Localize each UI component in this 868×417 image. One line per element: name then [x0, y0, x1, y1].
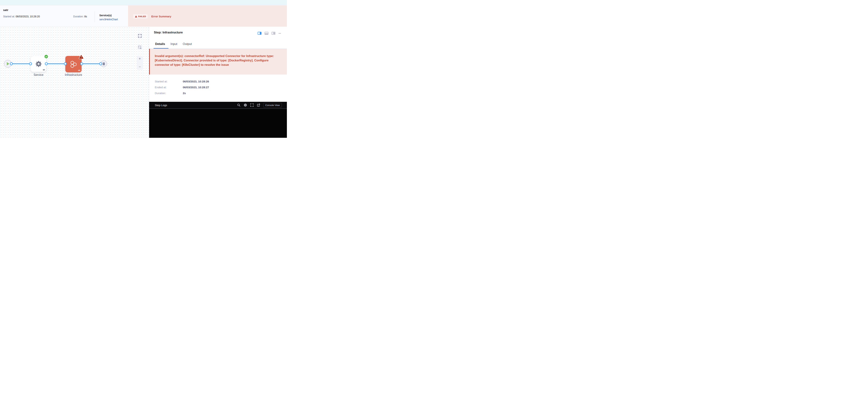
edge-infra-end	[82, 63, 101, 64]
layout-bottom-icon[interactable]	[265, 32, 269, 35]
connector-dot	[64, 62, 67, 65]
infrastructure-step-node[interactable]: </>	[65, 56, 82, 72]
fullscreen-icon	[138, 34, 142, 38]
duration-meta: Duration: 8s	[73, 15, 87, 18]
tab-output[interactable]: Output	[183, 42, 192, 48]
success-badge-icon	[44, 55, 48, 58]
services-label: Service(s)	[99, 14, 118, 17]
canvas-zoom-controls: + −	[137, 56, 143, 70]
gear-icon	[35, 60, 42, 68]
pipeline-execution-page: FAILED Error Summary satr Started at: 06…	[0, 0, 287, 138]
detail-value: 06/03/2023, 10:28:27	[183, 86, 209, 89]
expand-logs-icon[interactable]	[250, 103, 254, 107]
detail-label: Started at:	[155, 80, 183, 83]
error-summary-link[interactable]: Error Summary	[151, 15, 171, 18]
pipeline-name: satr	[3, 8, 8, 12]
canvas-select-button[interactable]	[137, 45, 142, 50]
layout-right-icon[interactable]	[258, 32, 261, 35]
zoom-in-button[interactable]: +	[139, 57, 141, 61]
started-at-label: Started at:	[3, 15, 16, 18]
started-at-value: 06/03/2023, 10:28:20	[16, 15, 40, 18]
connector-dot	[45, 62, 48, 65]
tab-details[interactable]: Details	[155, 42, 165, 48]
panel-layout-switcher	[258, 32, 281, 35]
error-header-band: FAILED Error Summary	[128, 5, 287, 27]
log-settings-gear-icon[interactable]	[244, 103, 247, 107]
detail-label: Ended at:	[155, 86, 183, 89]
log-output-area[interactable]	[149, 109, 287, 138]
layout-float-icon[interactable]	[272, 32, 275, 35]
duration-value: 8s	[84, 15, 87, 18]
services-block: Service(s) serv3HelmChart	[99, 14, 118, 21]
open-external-icon[interactable]	[257, 103, 260, 107]
step-logs-title: Step Logs	[155, 104, 167, 107]
error-message-text: Invalid argument(s): connectorRef: Unsup…	[155, 54, 281, 67]
canvas-fit-button[interactable]	[137, 33, 142, 39]
code-icon: </>	[78, 69, 80, 71]
detail-row-duration: Duration: 2s	[155, 92, 186, 95]
service-step-node[interactable]: </>	[31, 56, 46, 72]
infrastructure-node-label: Infrastructure	[63, 73, 84, 76]
hexagons-icon	[69, 60, 78, 68]
service-link[interactable]: serv3HelmChart	[99, 18, 118, 21]
edge-start-service	[11, 63, 31, 64]
execution-header: FAILED Error Summary satr Started at: 06…	[0, 5, 287, 27]
play-icon	[7, 62, 9, 65]
panel-tabs: Details Input Output	[155, 42, 192, 48]
detail-row-started: Started at: 06/03/2023, 10:28:26	[155, 80, 209, 83]
failure-badge-icon	[79, 55, 84, 60]
pipeline-canvas[interactable]: </> </>	[0, 27, 149, 138]
warning-icon	[135, 15, 137, 18]
detail-value: 2s	[183, 92, 186, 95]
stop-icon	[103, 63, 105, 65]
started-at-meta: Started at: 06/03/2023, 10:28:20	[3, 15, 40, 18]
service-node-label: Service	[31, 73, 46, 76]
connector-dot	[29, 62, 32, 65]
marquee-select-icon	[138, 46, 142, 49]
connector-dot	[99, 62, 102, 65]
detail-row-ended: Ended at: 06/03/2023, 10:28:27	[155, 86, 209, 89]
step-logs-bar: Step Logs Console View	[149, 102, 287, 108]
connector-dot	[80, 62, 83, 65]
search-icon[interactable]	[237, 103, 241, 107]
tab-input[interactable]: Input	[170, 42, 177, 48]
top-strip	[0, 0, 287, 5]
connector-dot	[10, 62, 13, 65]
logs-actions: Console View	[237, 103, 282, 107]
minimize-panel-icon[interactable]	[278, 33, 281, 34]
zoom-out-button[interactable]: −	[139, 65, 141, 69]
duration-label: Duration:	[73, 15, 84, 18]
console-view-button[interactable]: Console View	[263, 103, 282, 107]
step-details-panel: Step: Infrastructure Details Input Outpu…	[149, 27, 287, 138]
detail-value: 06/03/2023, 10:28:26	[183, 80, 209, 83]
code-icon: </>	[43, 69, 45, 71]
status-badge-label: FAILED	[138, 15, 146, 18]
edge-service-infra	[46, 63, 65, 64]
status-badge: FAILED	[133, 14, 148, 19]
detail-label: Duration:	[155, 92, 183, 95]
panel-title: Step: Infrastructure	[154, 31, 183, 34]
error-message-box: Invalid argument(s): connectorRef: Unsup…	[149, 49, 287, 75]
